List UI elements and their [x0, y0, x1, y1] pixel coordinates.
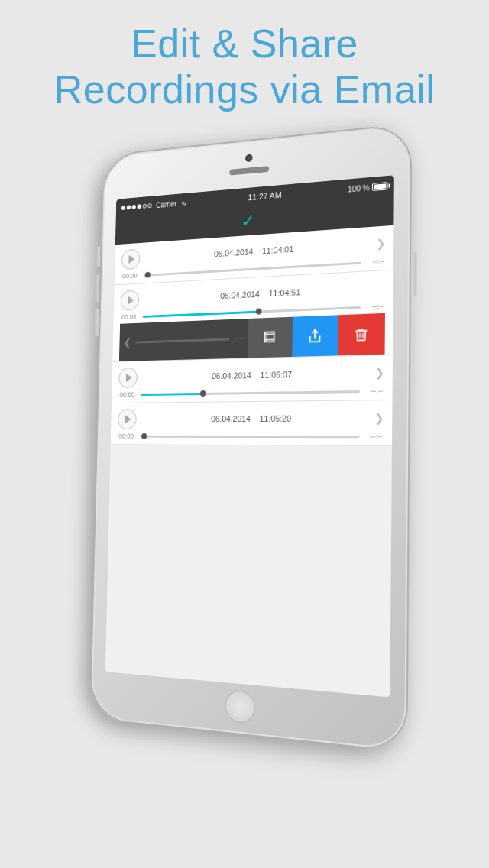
play-button-1[interactable]: [121, 248, 141, 270]
scrubber-time-start-4: 00:00: [118, 432, 138, 440]
power-button[interactable]: [412, 252, 417, 296]
recording-title-2: 06.04.2014 11:04:51: [144, 283, 385, 303]
promo-line1: Edit & Share: [54, 21, 435, 67]
recording-top-4: 06.04.2014 11:05:20 ❯: [118, 406, 384, 429]
delete-button[interactable]: [338, 313, 385, 355]
recording-item-3: 06.04.2014 11:05:07 ❯ 00:00 --:--: [112, 355, 393, 403]
phone-top-bar: [206, 150, 293, 177]
play-button-4[interactable]: [118, 409, 137, 429]
recording-item-2: 06.04.2014 11:04:51 00:00 --:--: [112, 270, 393, 362]
wifi-icon: ∿: [180, 199, 186, 207]
play-icon-2: [128, 296, 134, 305]
app-promo-header: Edit & Share Recordings via Email: [54, 21, 435, 113]
recording-time-2: 11:04:51: [269, 287, 301, 298]
signal-dot-5: [142, 203, 146, 208]
scrubber-time-start-2: 00:00: [121, 313, 141, 320]
signal-dot-4: [138, 204, 141, 209]
scrubber-time-end-1: --:--: [364, 257, 384, 266]
action-time-end: --:--: [233, 335, 244, 342]
chevron-right-icon-1[interactable]: ❯: [376, 236, 386, 249]
recording-date-1: 06.04.2014: [214, 247, 254, 258]
edit-button[interactable]: [248, 316, 293, 358]
scrubber-row-3: 00:00 --:--: [118, 387, 384, 398]
recording-date-2: 06.04.2014: [220, 289, 260, 300]
signal-dot-3: [132, 204, 136, 209]
scrubber-thumb-3[interactable]: [200, 390, 206, 397]
play-icon-1: [128, 254, 134, 264]
scrubber-thumb-1[interactable]: [145, 271, 151, 277]
recording-item-4: 06.04.2014 11:05:20 ❯ 00:00 --:--: [111, 400, 393, 446]
volume-down-button[interactable]: [94, 309, 99, 336]
volume-up-button[interactable]: [95, 274, 99, 302]
share-button[interactable]: [292, 315, 338, 357]
camera: [245, 154, 253, 162]
scrubber-track-3[interactable]: [141, 390, 360, 395]
recording-top-3: 06.04.2014 11:05:07 ❯: [118, 361, 384, 388]
play-icon-3: [125, 373, 131, 382]
carrier-name: Carrier: [156, 199, 176, 209]
scrubber-thumb-2[interactable]: [255, 308, 261, 314]
action-dark-area: ❮ --:--: [119, 319, 248, 361]
status-left: Carrier ∿: [121, 199, 186, 212]
scrubber-track-4[interactable]: [140, 435, 359, 437]
phone-screen: Carrier ∿ 11:27 AM 100 % ✓: [105, 175, 394, 697]
recording-date-4: 06.04.2014: [211, 414, 251, 423]
scrubber-time-end-3: --:--: [363, 387, 383, 395]
recording-title-1: 06.04.2014 11:04:01: [145, 239, 370, 263]
scrubber-time-end-4: --:--: [362, 432, 382, 440]
speaker: [229, 166, 269, 176]
play-button-2[interactable]: [120, 290, 139, 311]
delete-icon: [352, 326, 370, 343]
recording-time-1: 11:04:01: [262, 244, 293, 255]
scrubber-thumb-4[interactable]: [141, 433, 147, 439]
action-chevron-left-icon[interactable]: ❮: [124, 336, 132, 348]
phone-shell: Carrier ∿ 11:27 AM 100 % ✓: [89, 122, 412, 753]
edit-icon: [262, 329, 279, 346]
recording-title-4: 06.04.2014 11:05:20: [142, 413, 369, 423]
chevron-right-icon-4[interactable]: ❯: [374, 411, 384, 424]
signal-dot-2: [127, 205, 131, 209]
recording-title-3: 06.04.2014 11:05:07: [143, 368, 369, 381]
battery-percent: 100 %: [348, 183, 370, 193]
signal-dots: [121, 203, 152, 210]
scrubber-time-start-1: 00:00: [122, 271, 141, 280]
chevron-right-icon-3[interactable]: ❯: [375, 366, 385, 379]
scrubber-row-4: 00:00 --:--: [118, 432, 384, 440]
status-time: 11:27 AM: [248, 189, 281, 201]
phone-device: Carrier ∿ 11:27 AM 100 % ✓: [89, 122, 412, 753]
home-button[interactable]: [225, 688, 256, 724]
check-icon: ✓: [241, 212, 254, 230]
battery-icon: [372, 182, 388, 191]
recording-time-4: 11:05:20: [260, 413, 292, 423]
battery-fill: [374, 183, 387, 189]
promo-line2: Recordings via Email: [54, 67, 435, 113]
play-icon-4: [125, 415, 131, 424]
share-icon: [306, 327, 323, 345]
play-button-3[interactable]: [118, 367, 138, 387]
action-scrubber-track[interactable]: [135, 338, 229, 343]
recording-time-3: 11:05:07: [260, 370, 292, 380]
mute-button[interactable]: [96, 246, 101, 266]
scrubber-time-start-3: 00:00: [120, 390, 139, 398]
recordings-list: 06.04.2014 11:04:01 ❯ 00:00 --:--: [105, 225, 394, 697]
recording-date-3: 06.04.2014: [212, 371, 251, 381]
signal-dot-6: [147, 203, 151, 208]
scrubber-time-end-2: --:--: [364, 302, 384, 310]
status-right: 100 %: [348, 181, 388, 193]
action-row-2: ❮ --:--: [119, 313, 385, 361]
signal-dot-1: [121, 206, 125, 210]
